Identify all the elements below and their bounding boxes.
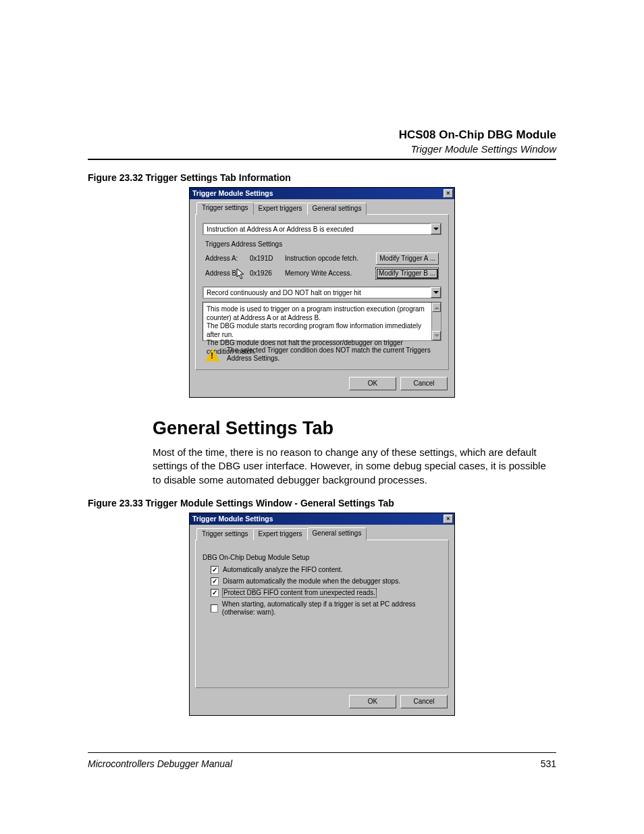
titlebar[interactable]: Trigger Module Settings × [190, 188, 454, 199]
checkbox-label: Protect DBG FIFO content from unexpected… [223, 589, 376, 597]
tab-general-settings[interactable]: General settings [307, 527, 367, 540]
modify-trigger-a-button[interactable]: Modify Trigger A ... [376, 253, 439, 265]
address-b-desc: Memory Write Access. [285, 269, 369, 278]
checkbox-label: Disarm automatically the module when the… [223, 577, 400, 585]
checkbox-protect-fifo[interactable] [211, 589, 219, 597]
chapter-title: HCS08 On-Chip DBG Module [88, 128, 556, 142]
footer-text: Microcontrollers Debugger Manual [88, 758, 232, 769]
scrollbar[interactable] [431, 303, 441, 340]
trigger-mode-value: Instruction at Address A or Address B is… [203, 224, 431, 234]
figure-caption-2: Figure 23.33 Trigger Module Settings Win… [88, 498, 556, 509]
figure-caption-1: Figure 23.32 Trigger Settings Tab Inform… [88, 172, 556, 183]
modify-trigger-b-button[interactable]: Modify Trigger B ... [375, 267, 439, 280]
dropdown-icon[interactable] [431, 224, 441, 234]
record-mode-combo[interactable]: Record continuously and DO NOT halt on t… [203, 286, 441, 298]
address-a-desc: Instruction opcode fetch. [285, 255, 369, 263]
tab-general-settings[interactable]: General settings [307, 203, 367, 215]
dialog-general-settings: Trigger Module Settings × Trigger settin… [189, 513, 455, 716]
dialog-trigger-settings: Trigger Module Settings × Trigger settin… [189, 187, 455, 398]
ok-button[interactable]: OK [349, 377, 396, 390]
address-a-value: 0x191D [250, 255, 278, 263]
checkbox-label: Automatically analyze the FIFO content. [223, 566, 342, 574]
section-heading: General Settings Tab [153, 418, 556, 439]
dropdown-icon[interactable] [431, 287, 441, 298]
warning-text: The selected Trigger condition does NOT … [227, 346, 439, 363]
checkbox-analyze-fifo[interactable] [211, 566, 219, 574]
group-label: DBG On-Chip Debug Module Setup [203, 554, 441, 562]
address-b-value: 0x1926 [250, 269, 278, 278]
scroll-down-icon[interactable] [432, 331, 441, 340]
record-mode-value: Record continuously and DO NOT halt on t… [203, 287, 431, 298]
group-label: Triggers Address Settings [205, 240, 441, 249]
cancel-button[interactable]: Cancel [400, 695, 448, 708]
checkbox-disarm-auto[interactable] [211, 577, 219, 585]
checkbox-row[interactable]: Disarm automatically the module when the… [211, 577, 441, 585]
info-textbox: This mode is used to trigger on a progra… [203, 302, 441, 341]
close-icon[interactable]: × [444, 515, 453, 523]
cursor-icon [236, 268, 246, 280]
section-paragraph: Most of the time, there is no reason to … [153, 446, 556, 487]
page-number: 531 [541, 758, 556, 769]
dialog-title: Trigger Module Settings [192, 189, 273, 198]
titlebar[interactable]: Trigger Module Settings × [190, 513, 454, 525]
info-text: This mode is used to trigger on a progra… [207, 305, 425, 355]
tab-expert-triggers[interactable]: Expert triggers [253, 203, 308, 215]
dialog-title: Trigger Module Settings [192, 515, 273, 523]
checkbox-row[interactable]: Automatically analyze the FIFO content. [211, 566, 441, 574]
scroll-up-icon[interactable] [432, 303, 441, 312]
checkbox-row[interactable]: Protect DBG FIFO content from unexpected… [211, 589, 441, 597]
tab-trigger-settings[interactable]: Trigger settings [196, 202, 254, 215]
warning-icon [205, 348, 220, 361]
tab-expert-triggers[interactable]: Expert triggers [253, 528, 308, 540]
trigger-mode-combo[interactable]: Instruction at Address A or Address B is… [203, 223, 441, 235]
checkbox-label: When starting, automatically step if a t… [222, 600, 441, 617]
checkbox-auto-step[interactable] [211, 604, 218, 613]
tab-trigger-settings[interactable]: Trigger settings [196, 528, 254, 540]
section-subtitle: Trigger Module Settings Window [88, 143, 556, 155]
address-a-label: Address A: [205, 255, 243, 263]
cancel-button[interactable]: Cancel [400, 377, 448, 390]
header-rule [88, 159, 556, 160]
checkbox-row[interactable]: When starting, automatically step if a t… [211, 600, 441, 617]
close-icon[interactable]: × [444, 189, 453, 198]
ok-button[interactable]: OK [349, 695, 396, 708]
